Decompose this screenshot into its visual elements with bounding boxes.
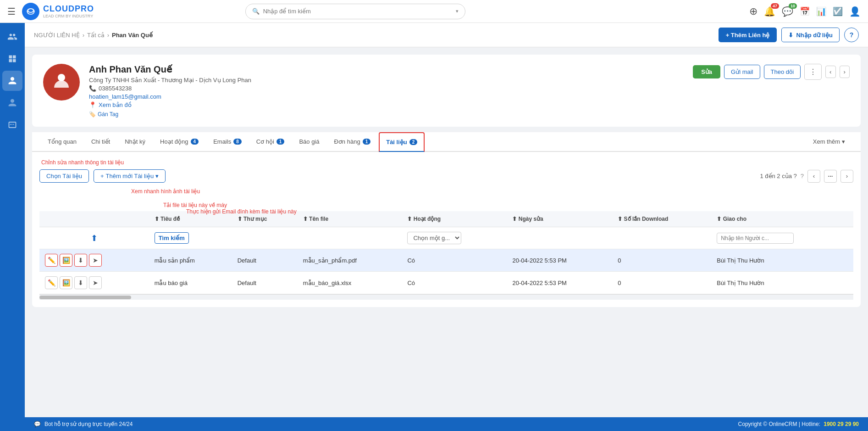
cell-downloads: 0 [612, 272, 711, 294]
tab-hoat-dong[interactable]: Hoạt động 4 [154, 133, 205, 151]
pagination-text: 1 đến 2 của ? [760, 173, 796, 179]
page-prev-button[interactable]: ‹ [807, 170, 820, 183]
phone-value: 0385543238 [99, 85, 132, 92]
chat-support[interactable]: 💬 Bot hỗ trợ sử dụng trực tuyến 24/24 [34, 421, 133, 427]
page-options-button[interactable]: ··· [824, 170, 837, 183]
user-button[interactable]: 👤 [849, 6, 861, 17]
copyright-area: Copyright © OnlineCRM | Hotline: 1900 29… [738, 421, 859, 427]
tag-button[interactable]: 🏷️ Gán Tag [89, 111, 684, 118]
activity-select[interactable]: Chọn một g... [407, 232, 461, 244]
edit-button[interactable]: Sửa [693, 65, 720, 78]
cell-activity: Có [402, 272, 507, 294]
scroll-thumb[interactable] [39, 296, 131, 299]
choose-document-button[interactable]: Chọn Tài liệu [39, 169, 89, 183]
edit-doc-button[interactable]: ✏️ [45, 254, 58, 267]
breadcrumb-root[interactable]: NGƯỜI LIÊN HỆ [34, 32, 80, 39]
notification-button[interactable]: 🔔 47 [764, 6, 775, 17]
callout-area: Chỉnh sửa nhanh thông tin tài liệu [39, 159, 853, 166]
profile-map[interactable]: 📍 Xem bản đồ [89, 101, 684, 108]
assigned-search-input[interactable] [717, 233, 794, 244]
search-dropdown-icon[interactable]: ▾ [456, 8, 459, 14]
add-button[interactable]: ⊕ [749, 6, 757, 17]
email-doc-button[interactable]: ➤ [89, 276, 102, 289]
filter-activity[interactable]: Chọn một g... [402, 227, 507, 249]
filter-upload[interactable]: ⬆ [39, 227, 149, 249]
cell-folder: Default [232, 272, 298, 294]
add-document-button[interactable]: + Thêm mới Tài liệu ▾ [94, 169, 166, 183]
pagination-info: 1 đến 2 của ? ? ‹ ··· › [760, 170, 853, 183]
profile-card: Anh Phan Văn Quế Công Ty TNHH Sản Xuất -… [32, 55, 861, 127]
tab-label-hoat-dong: Hoạt động [160, 138, 188, 145]
sidebar-item-user[interactable] [2, 93, 22, 113]
download-doc-button[interactable]: ⬇ [74, 276, 87, 289]
calendar-button[interactable]: 📅 [800, 6, 810, 17]
more-options-button[interactable]: ⋮ [804, 64, 822, 80]
sidebar-item-people[interactable] [2, 27, 22, 47]
breadcrumb-level2[interactable]: Tất cả [87, 32, 105, 39]
tab-tong-quan[interactable]: Tổng quan [41, 133, 83, 151]
nav-icons: ⊕ 🔔 47 💬 10 📅 📊 ☑️ 👤 [749, 6, 861, 17]
chart-button[interactable]: 📊 [816, 6, 826, 17]
page-next-button[interactable]: › [840, 170, 853, 183]
search-icon: 🔍 [252, 8, 260, 15]
top-navbar: ☰ CLOUDPRO LEAD CRM BY INDUSTRY 🔍 ▾ ⊕ 🔔 … [0, 0, 868, 23]
import-data-button[interactable]: ⬇ Nhập dữ liệu [781, 28, 840, 42]
tab-nhat-ky[interactable]: Nhật ký [118, 133, 152, 151]
tab-label-nhat-ky: Nhật ký [125, 138, 145, 145]
chat-support-text: Bot hỗ trợ sử dụng trực tuyến 24/24 [44, 421, 133, 427]
preview-doc-button[interactable]: 🖼️ [60, 276, 72, 289]
callout-email-text: Thực hiện gửi Email đính kèm file tài li… [186, 208, 297, 215]
tab-label-bao-gia: Báo giá [299, 138, 319, 145]
callout-edit-text: Chỉnh sửa nhanh thông tin tài liệu [41, 159, 124, 166]
scroll-hint[interactable] [39, 294, 853, 300]
filter-assigned[interactable] [711, 227, 853, 249]
cell-modified: 20-04-2022 5:53 PM [507, 249, 612, 272]
search-input[interactable] [263, 8, 456, 15]
email-doc-button[interactable]: ➤ [89, 254, 102, 267]
sendmail-button[interactable]: Gửi mail [724, 65, 760, 79]
cell-filename: mẫu_sản_phẩm.pdf [298, 249, 402, 272]
callout-hint-edit: Chỉnh sửa nhanh thông tin tài liệu [41, 159, 853, 166]
preview-doc-button[interactable]: 🖼️ [60, 254, 72, 267]
tab-tai-lieu[interactable]: Tài liệu 2 [379, 132, 425, 152]
search-bar[interactable]: 🔍 ▾ [245, 4, 465, 19]
row-actions: ✏️ 🖼️ ⬇ ➤ [39, 272, 149, 294]
tab-co-hoi[interactable]: Cơ hội 1 [250, 133, 291, 151]
tab-emails[interactable]: Emails 8 [207, 133, 248, 151]
help-button[interactable]: ? [844, 28, 859, 42]
sidebar-item-grid[interactable] [2, 49, 22, 69]
search-label[interactable]: Tìm kiếm [155, 232, 189, 244]
breadcrumb-bar: NGƯỜI LIÊN HỆ › Tất cả › Phan Văn Quế + … [25, 23, 868, 47]
hamburger-button[interactable]: ☰ [7, 6, 16, 17]
add-contact-button[interactable]: + Thêm Liên hệ [719, 28, 777, 42]
hotline: 1900 29 29 90 [824, 421, 859, 427]
tab-badge-co-hoi: 1 [276, 139, 285, 145]
cell-assigned: Bùi Thị Thu Hườn [711, 249, 853, 272]
tab-xem-them[interactable]: Xem thêm ▾ [807, 133, 851, 151]
next-contact-button[interactable]: › [840, 66, 850, 78]
tab-label-emails: Emails [213, 138, 231, 145]
chat-button[interactable]: 💬 10 [782, 6, 793, 17]
xem-them-chevron: ▾ [842, 138, 845, 145]
cell-activity: Có [402, 249, 507, 272]
task-button[interactable]: ☑️ [833, 6, 843, 17]
follow-button[interactable]: Theo dõi [764, 65, 801, 79]
download-doc-button[interactable]: ⬇ [74, 254, 87, 267]
phone-icon: 📞 [89, 85, 96, 92]
tab-don-hang[interactable]: Đơn hàng 1 [327, 133, 377, 151]
tab-bao-gia[interactable]: Báo giá [293, 133, 326, 151]
map-text: Xem bản đồ [99, 101, 132, 108]
add-label: Thêm mới Tài liệu [106, 173, 154, 179]
cell-assigned: Bùi Thị Thu Hườn [711, 272, 853, 294]
tab-chi-tiet[interactable]: Chi tiết [85, 133, 116, 151]
document-section: Chỉnh sửa nhanh thông tin tài liệu Chọn … [32, 152, 861, 307]
email-value[interactable]: hoatien_lam15@gmail.com [89, 93, 161, 100]
copyright-text: Copyright © OnlineCRM | Hotline: [738, 421, 820, 427]
table-body: ✏️ 🖼️ ⬇ ➤ mẫu sản phẩmDefaultmẫu_sản_phẩ… [39, 249, 853, 294]
sidebar-item-idcard[interactable] [2, 115, 22, 135]
edit-doc-button[interactable]: ✏️ [45, 276, 58, 289]
sidebar-item-contact[interactable] [2, 71, 22, 91]
tab-label-don-hang: Đơn hàng [334, 138, 360, 145]
filter-search[interactable]: Tìm kiếm [149, 227, 402, 249]
prev-contact-button[interactable]: ‹ [825, 66, 835, 78]
